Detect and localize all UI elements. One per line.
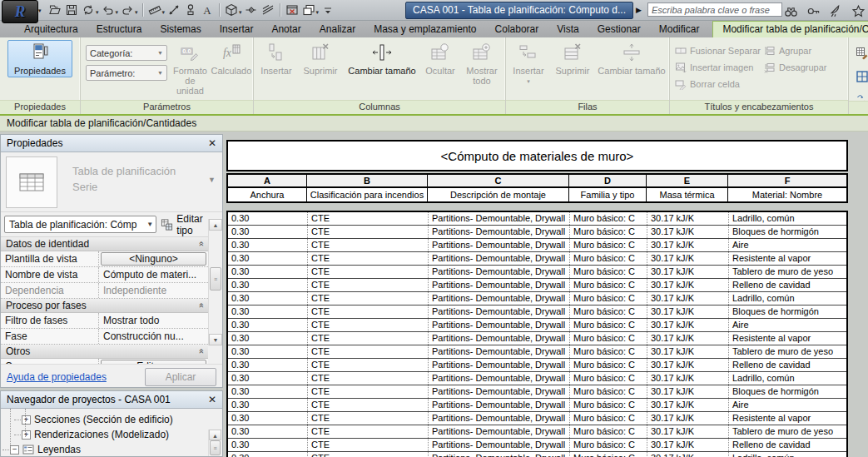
tab-vista[interactable]: Vista <box>548 21 588 37</box>
close-hidden-windows-icon[interactable] <box>284 2 300 18</box>
open-icon[interactable] <box>47 2 63 18</box>
table-cell[interactable]: Muro básico: C <box>569 359 647 371</box>
table-cell[interactable]: CTE <box>307 372 428 385</box>
table-cell[interactable]: Partitions- Demountable, Drywall <box>428 292 569 305</box>
tab-masa-y-emplazamiento[interactable]: Masa y emplazamiento <box>365 21 485 37</box>
table-cell[interactable]: Muro básico: C <box>569 399 647 411</box>
table-cell[interactable]: 30.17 kJ/K <box>647 319 728 331</box>
table-cell[interactable]: 0.30 <box>228 425 307 438</box>
table-cell[interactable]: 30.17 kJ/K <box>647 239 728 251</box>
group-button[interactable]: Agrupar <box>764 43 826 57</box>
table-cell[interactable]: CTE <box>307 359 428 371</box>
default-3d-view-icon[interactable] <box>223 2 240 18</box>
property-value-button[interactable]: <Ninguno> <box>101 252 206 266</box>
table-cell[interactable]: Ladrillo, común <box>728 292 846 305</box>
column-header-material-nombre[interactable]: Material: Nombre <box>728 188 846 201</box>
table-cell[interactable]: 30.17 kJ/K <box>647 385 728 398</box>
tree-item-leyendas[interactable]: −Leyendas <box>1 442 222 457</box>
chevron-down-icon[interactable]: ▾ <box>96 9 99 16</box>
table-cell[interactable]: Aire <box>728 399 846 411</box>
switch-windows-icon[interactable] <box>300 2 317 18</box>
merge-unmerge-button[interactable]: Fusionar Separar <box>675 43 761 57</box>
table-cell[interactable]: CTE <box>307 292 428 305</box>
table-cell[interactable]: CTE <box>307 345 428 358</box>
tab-insertar[interactable]: Insertar <box>211 21 263 37</box>
column-header-familia-y-tipo[interactable]: Familia y tipo <box>569 188 647 201</box>
table-cell[interactable]: 0.30 <box>228 226 307 238</box>
table-cell[interactable]: Resistente al vapor <box>728 412 846 425</box>
table-cell[interactable]: Partitions- Demountable, Drywall <box>428 212 569 225</box>
column-letter-e[interactable]: E <box>647 175 728 186</box>
calculated-button[interactable]: fx Calculado <box>210 40 253 77</box>
table-cell[interactable]: Partitions- Demountable, Drywall <box>428 252 569 265</box>
table-cell[interactable]: Partitions- Demountable, Drywall <box>428 439 569 451</box>
column-letter-b[interactable]: B <box>307 175 428 186</box>
insert-image-button[interactable]: Insertar imagen <box>675 60 761 74</box>
table-cell[interactable]: 30.17 kJ/K <box>647 252 728 265</box>
borders-icon[interactable] <box>854 68 868 85</box>
expand-plus-icon[interactable]: + <box>22 415 31 425</box>
app-menu-button[interactable]: R <box>2 0 38 23</box>
column-letter-f[interactable]: F <box>728 175 846 186</box>
table-cell[interactable]: Muro básico: C <box>569 345 647 358</box>
table-cell[interactable]: Muro básico: C <box>569 452 647 457</box>
table-cell[interactable]: CTE <box>307 412 428 425</box>
communication-center-icon[interactable] <box>827 2 844 19</box>
column-header-masa-t-rmica[interactable]: Masa térmica <box>647 188 728 201</box>
column-header-anchura[interactable]: Anchura <box>228 188 307 201</box>
clear-cell-button[interactable]: Borrar celda <box>675 77 761 91</box>
scroll-up-icon[interactable]: ▲ <box>209 219 222 231</box>
tab-arquitectura[interactable]: Arquitectura <box>15 21 87 37</box>
table-cell[interactable]: CTE <box>307 425 428 438</box>
property-value[interactable]: Construcción nu... <box>99 329 208 344</box>
close-icon[interactable]: ✕ <box>208 138 216 148</box>
table-cell[interactable]: Muro básico: C <box>569 266 647 278</box>
table-cell[interactable]: CTE <box>307 305 428 318</box>
properties-button[interactable]: Propiedades <box>7 40 72 77</box>
tab-modificar-tabla-de-planificaci-n-ca[interactable]: Modificar tabla de planificación/Ca... <box>712 21 868 37</box>
customize-qat-icon[interactable] <box>320 2 336 18</box>
categoria-combo[interactable]: Categoría:▼ <box>86 45 167 61</box>
table-cell[interactable]: CTE <box>307 252 428 265</box>
column-letter-d[interactable]: D <box>569 175 647 186</box>
table-cell[interactable]: CTE <box>307 266 428 278</box>
table-cell[interactable]: Bloques de hormigón <box>728 385 846 398</box>
property-group-datos-de-identidad[interactable]: Datos de identidad» <box>1 237 208 251</box>
table-cell[interactable]: Aire <box>728 239 846 251</box>
table-cell[interactable]: Muro básico: C <box>569 412 647 425</box>
table-cell[interactable]: 30.17 kJ/K <box>647 292 728 305</box>
table-cell[interactable]: Resistente al vapor <box>728 332 846 345</box>
properties-scrollbar[interactable]: ▲ ≡ ▼ <box>208 219 222 345</box>
table-cell[interactable]: CTE <box>307 452 428 457</box>
tab-colaborar[interactable]: Colaborar <box>486 21 548 37</box>
measure-icon[interactable] <box>146 2 163 18</box>
table-cell[interactable]: Tablero de muro de yeso <box>728 345 846 358</box>
table-cell[interactable]: Relleno de cavidad <box>728 279 846 291</box>
table-cell[interactable]: Muro básico: C <box>569 279 647 291</box>
tab-gestionar[interactable]: Gestionar <box>588 21 650 37</box>
property-group-proceso-por-fases[interactable]: Proceso por fases» <box>1 299 208 313</box>
table-cell[interactable]: 30.17 kJ/K <box>647 399 728 411</box>
table-cell[interactable]: Muro básico: C <box>569 425 647 438</box>
table-cell[interactable]: Bloques de hormigón <box>728 226 846 238</box>
redo-icon[interactable] <box>119 2 136 18</box>
delete-row-button[interactable]: Suprimir <box>549 40 596 77</box>
table-cell[interactable]: 0.30 <box>228 452 307 457</box>
section-icon[interactable] <box>243 2 260 18</box>
close-icon[interactable]: ✕ <box>208 395 216 405</box>
table-cell[interactable]: Bloques de hormigón <box>728 305 846 318</box>
table-cell[interactable]: Relleno de cavidad <box>728 359 846 371</box>
table-cell[interactable]: Tablero de muro de yeso <box>728 266 846 278</box>
table-cell[interactable]: Partitions- Demountable, Drywall <box>428 266 569 278</box>
collapse-minus-icon[interactable]: − <box>10 445 19 455</box>
table-cell[interactable]: Ladrillo, común <box>728 212 846 225</box>
save-icon[interactable] <box>63 2 80 18</box>
table-cell[interactable]: 0.30 <box>228 279 307 291</box>
table-cell[interactable]: Partitions- Demountable, Drywall <box>428 452 569 457</box>
project-browser-caption[interactable]: Navegador de proyectos - CASA 001 ✕ <box>1 391 222 409</box>
table-cell[interactable]: Partitions- Demountable, Drywall <box>428 279 569 291</box>
table-cell[interactable]: Partitions- Demountable, Drywall <box>428 372 569 385</box>
table-cell[interactable]: Muro básico: C <box>569 212 647 225</box>
chevron-down-icon[interactable]: ▼ <box>208 176 216 184</box>
table-cell[interactable]: Muro básico: C <box>569 319 647 331</box>
